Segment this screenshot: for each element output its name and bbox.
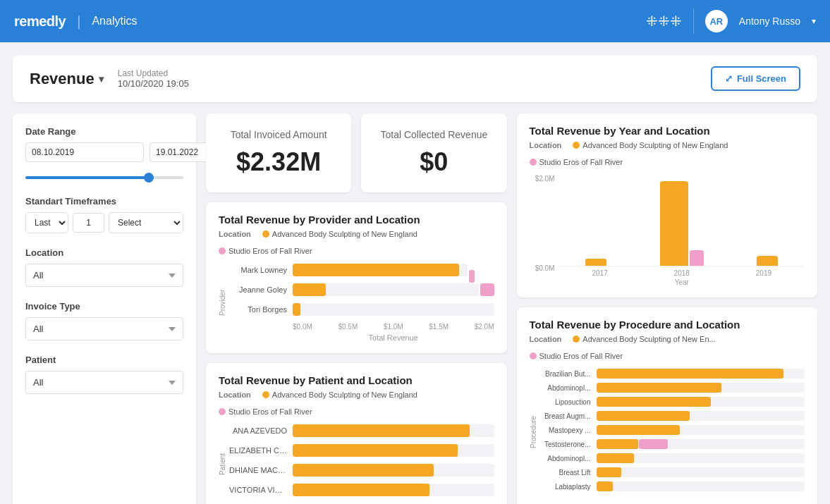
bar-fill-orange xyxy=(597,439,638,449)
table-row: Breast Augm... xyxy=(540,411,805,421)
timeframes-filter: Standart Timeframes Last Select xyxy=(25,196,183,233)
legend-text-y0: Advanced Body Sculpting of New England xyxy=(582,141,728,149)
bar-label: ANA AZEVEDO xyxy=(229,426,293,435)
patient-chart-legend: Location Advanced Body Sculpting of New … xyxy=(219,391,494,416)
date-range-filter: Date Range xyxy=(25,126,183,182)
bar-fill-orange xyxy=(597,411,690,421)
bar-fill-pink xyxy=(639,439,668,449)
bar-fill-orange xyxy=(597,453,634,463)
table-row: DHIANE MACHA... xyxy=(229,464,494,477)
top-bar-left: Revenue ▾ Last Updated 10/10/2020 19:05 xyxy=(30,68,189,89)
bar-label: Tori Borges xyxy=(229,305,293,314)
legend-text-y1: Studio Eros of Fall River xyxy=(539,158,623,166)
table-row: Liposuction xyxy=(540,397,805,407)
year-label-2019: 2019 xyxy=(756,269,771,277)
date-range-inputs xyxy=(25,142,183,162)
patient-select[interactable]: All xyxy=(25,371,183,394)
kpi-collected-label: Total Collected Revenue xyxy=(375,129,492,140)
legend-item-y0: Advanced Body Sculpting of New England xyxy=(573,141,728,149)
bar-label: Brazilian But... xyxy=(540,370,597,378)
legend-item-1: Studio Eros of Fall River xyxy=(219,247,312,255)
table-row: Brazilian But... xyxy=(540,369,805,379)
last-updated: Last Updated 10/10/2020 19:05 xyxy=(118,68,189,89)
bar-label: Labiaplasty xyxy=(540,483,597,491)
bar-fill-orange xyxy=(597,383,721,393)
bar-orange xyxy=(660,181,688,266)
patient-label: Patient xyxy=(25,355,183,365)
bar-label: ELIZABETH CINTR... xyxy=(229,446,293,455)
timeframes-row: Last Select xyxy=(25,212,183,233)
filters-panel: Date Range Standart Timeframes Last Sele… xyxy=(13,113,196,504)
legend-text-0: Advanced Body Sculpting of New England xyxy=(272,230,417,238)
legend-dot-orange xyxy=(262,391,269,398)
legend-item-0: Advanced Body Sculpting of New England xyxy=(262,230,417,238)
patient-chart-title: Total Revenue by Patient and Location xyxy=(219,374,494,386)
bar-label: VICTORIA VIVEIROS xyxy=(229,486,293,494)
page-title: Revenue ▾ xyxy=(30,70,104,88)
bar-label: Jeanne Goley xyxy=(229,285,293,294)
year-chart-area: $2.0M $0.0M xyxy=(530,175,805,286)
date-range-slider[interactable] xyxy=(25,176,183,179)
provider-y-axis-label: Provider xyxy=(219,264,226,342)
bar-fill-orange xyxy=(597,425,680,435)
date-from-input[interactable] xyxy=(25,142,144,162)
year-chart-title: Total Revenue by Year and Location xyxy=(530,125,805,137)
bar-orange xyxy=(757,256,778,266)
location-filter: Location All xyxy=(25,247,183,287)
provider-chart-title: Total Revenue by Provider and Location xyxy=(219,214,494,226)
table-row: VICTORIA VIVEIROS xyxy=(229,484,494,496)
year-bar-2019 xyxy=(757,256,778,266)
bar-fill-pink xyxy=(480,283,494,296)
legend-dot-pink xyxy=(219,408,226,415)
section-label: Analytics xyxy=(92,15,137,27)
invoice-type-select[interactable]: All xyxy=(25,317,183,340)
legend-dot-pink xyxy=(530,352,537,359)
grid-icon[interactable]: ⁜⁜⁜ xyxy=(646,13,682,30)
procedure-chart-area: Procedure Brazilian But... Abdominopl... xyxy=(530,369,805,496)
bar-label: DHIANE MACHA... xyxy=(229,466,293,474)
bar-track xyxy=(293,303,494,316)
user-menu-chevron[interactable]: ▾ xyxy=(812,16,816,26)
table-row: ELIZABETH CINTR... xyxy=(229,444,494,457)
legend-dot-orange xyxy=(573,142,580,149)
procedure-chart-title: Total Revenue by Procedure and Location xyxy=(530,319,805,331)
timeframes-label: Standart Timeframes xyxy=(25,196,183,207)
legend-text-1: Studio Eros of Fall River xyxy=(228,247,312,255)
y-label-top: $2.0M xyxy=(530,175,555,183)
bar-track xyxy=(597,467,805,477)
location-select[interactable]: All xyxy=(25,264,183,287)
table-row: Abdominopl... xyxy=(540,383,805,393)
kpi-invoiced-value: $2.32M xyxy=(220,147,337,177)
bar-label: Mastopexy ... xyxy=(540,426,597,434)
year-bars-area: 2017 2018 2019 Year xyxy=(559,175,805,286)
patient-filter: Patient All xyxy=(25,355,183,394)
main-content: Revenue ▾ Last Updated 10/10/2020 19:05 … xyxy=(0,42,830,504)
kpi-collected: Total Collected Revenue $0 xyxy=(361,113,506,192)
bar-track xyxy=(597,425,805,435)
table-row: Breast Lift xyxy=(540,467,805,477)
procedure-bars: Brazilian But... Abdominopl... xyxy=(540,369,805,496)
year-chart-card: Total Revenue by Year and Location Locat… xyxy=(517,113,818,297)
bar-track xyxy=(293,464,494,477)
provider-chart-area: Provider Mark Lowney Jeanne xyxy=(219,264,494,342)
timeframe-unit-select[interactable]: Select xyxy=(109,212,183,233)
timeframe-number-input[interactable] xyxy=(73,213,104,233)
legend-item-p0: Advanced Body Sculpting of New England xyxy=(262,391,417,399)
legend-item-p1: Studio Eros of Fall River xyxy=(219,407,312,416)
revenue-dropdown-chevron[interactable]: ▾ xyxy=(99,73,104,85)
bar-label: Abdominopl... xyxy=(540,455,597,462)
full-screen-button[interactable]: ⤢ Full Screen xyxy=(711,66,800,91)
location-label: Location xyxy=(25,247,183,258)
bar-group xyxy=(757,256,778,266)
x-axis: $0.0M $0.5M $1.0M $1.5M $2.0M xyxy=(229,323,494,331)
patient-bars: ANA AZEVEDO ELIZABETH CINTR... xyxy=(229,424,494,503)
kpi-row: Total Invoiced Amount $2.32M Total Colle… xyxy=(206,113,507,192)
bar-label: Liposuction xyxy=(540,398,597,406)
kpi-invoiced: Total Invoiced Amount $2.32M xyxy=(206,113,351,192)
app-header: remedly | Analytics ⁜⁜⁜ AR Antony Russo … xyxy=(0,0,830,42)
right-column: Total Revenue by Year and Location Locat… xyxy=(517,113,818,504)
bar-fill-orange xyxy=(293,283,326,296)
timeframe-period-select[interactable]: Last xyxy=(25,212,68,233)
legend-item-y1: Studio Eros of Fall River xyxy=(530,158,623,166)
legend-dot-pink xyxy=(219,247,226,254)
